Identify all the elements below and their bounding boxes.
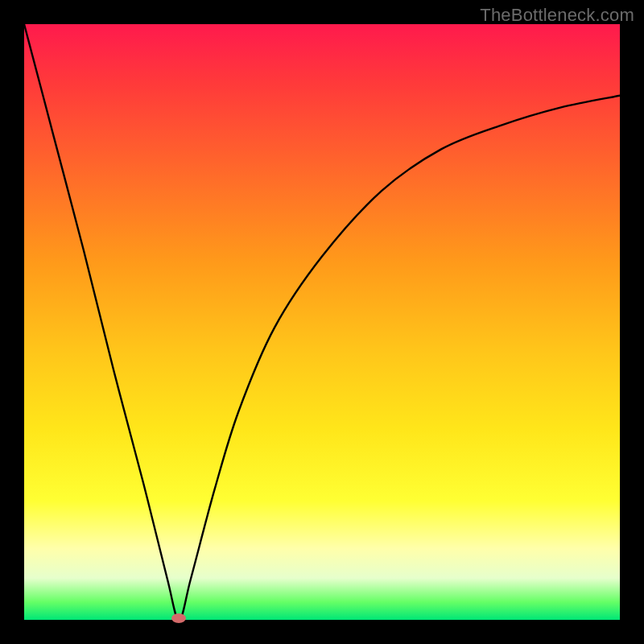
optimum-marker <box>171 613 186 623</box>
watermark-text: TheBottleneck.com <box>480 5 634 26</box>
bottleneck-curve <box>24 24 620 620</box>
plot-area <box>24 24 620 620</box>
chart-frame: TheBottleneck.com <box>0 0 644 644</box>
